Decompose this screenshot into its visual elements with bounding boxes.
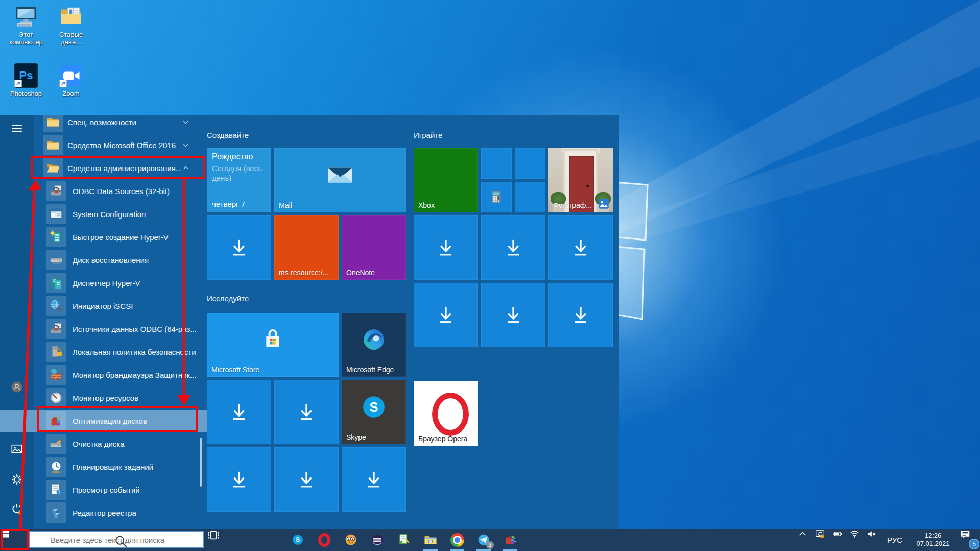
tile-opera-tile[interactable]: Браузер Opera [414,381,478,446]
desktop-icon-photoshop[interactable]: PsPhotoshop [4,63,48,98]
tile-pending-tile[interactable] [481,283,545,347]
tile-pending-tile[interactable] [548,283,613,347]
chevron-up-icon [797,529,812,551]
task-view-button[interactable] [207,529,231,551]
tile-xbox-tile[interactable]: Xbox [414,148,478,212]
tile-store-tile[interactable]: Microsoft Store [207,313,339,377]
app-list-item-label: Источники данных ODBC (64-раз... [73,325,197,333]
tile-pending-tile[interactable] [481,215,545,280]
start-button[interactable] [0,529,26,551]
language-indicator[interactable]: РУС [887,536,902,544]
download-arrow-icon [228,401,250,423]
tile-pending-tile[interactable] [207,380,271,444]
svg-text:S: S [296,536,300,543]
taskbar-app-opera[interactable] [311,529,338,551]
eclipse-icon [370,533,385,547]
app-list-item-label: Просмотр событий [73,486,140,494]
taskbar-clock[interactable]: 12:26 07.01.2021 [912,532,954,548]
app-list-item-label: Спец. возможности [67,118,136,127]
registry-icon [46,502,66,523]
tile-photos-tile[interactable]: Фотограф... [548,148,613,212]
clock-date: 07.01.2021 [912,540,954,548]
tray-expand-button[interactable] [797,529,812,551]
tile-pending-tile[interactable] [274,380,339,444]
zoom-camera-icon [59,63,83,88]
odbc-toolbox-icon [46,319,66,339]
tray-battery-button[interactable] [832,529,847,551]
download-arrow-icon [295,401,318,423]
download-arrow-icon [569,236,592,259]
opera-icon [317,533,331,547]
tile-pending-tile[interactable] [207,215,271,280]
explorer-icon [423,533,438,547]
sync-alert-icon [815,529,830,551]
taskbar-app-file-explorer[interactable] [417,529,444,551]
tile-label: ms-resource:/... [279,269,328,277]
tile-calculator-tile[interactable] [481,182,512,212]
taskbar-app-notepad-plus-plus[interactable] [391,529,417,551]
hyperv-quick-icon [46,227,66,247]
tile-pending-tile[interactable] [207,447,271,512]
app-list-item-label: Диспетчер Hyper-V [73,279,140,288]
app-list-item-label: Монитор ресурсов [73,394,138,402]
taskbar-app-eclipse[interactable] [364,529,391,551]
app-list-item-label: Инициатор iSCSI [73,302,133,310]
tile-ms-resource-tile[interactable]: ms-resource:/... [274,215,339,280]
desktop-icon-old-data-folder[interactable]: Старые данн... [49,4,93,46]
tile-calendar-tile[interactable]: РождествоСегодня (весь день)четверг 7 [207,148,271,212]
download-arrow-icon [502,236,524,259]
taskbar-app-skype[interactable]: S [284,529,311,551]
wifi-icon [849,529,865,551]
tile-pending-tile[interactable] [342,447,406,512]
tile-small-tile[interactable] [515,148,545,179]
app-list-item-label: Планировщик заданий [73,463,153,471]
task-view-icon [207,529,231,551]
taskbar-app-emoji-app[interactable] [338,529,364,551]
download-arrow-icon [228,468,250,491]
desktop-icon-label: Photoshop [4,90,48,98]
tile-small-tile[interactable] [481,148,512,179]
taskbar-badge: 3 [486,541,494,549]
iscsi-icon [46,296,66,316]
desktop-icon-this-pc[interactable]: Этот компьютер [4,4,48,46]
tile-mail-tile[interactable]: Mail [274,148,406,212]
security-policy-icon [46,342,66,362]
tile-pending-tile[interactable] [414,215,478,280]
tile-pending-tile[interactable] [274,447,339,512]
app-list-item-label: Локальная политика безопасности [73,348,196,356]
download-arrow-icon [228,236,250,259]
tile-edge-tile[interactable]: Microsoft Edge [342,313,406,377]
chrome-icon [450,533,464,547]
taskbar-apps: S3 [284,529,523,551]
battery-icon [832,529,847,551]
nerd-face-icon [344,533,358,547]
download-arrow-icon [569,304,592,326]
taskbar-app-telegram[interactable]: 3 [470,529,497,551]
desktop-icon-zoom-app[interactable]: Zoom [49,63,93,98]
tray-sync-button[interactable] [815,529,830,551]
app-list-item-label: Средства Microsoft Office 2016 [67,141,176,150]
tray-wifi-button[interactable] [849,529,865,551]
tile-label: Mail [279,201,292,209]
tile-skype-tile[interactable]: SSkype [342,380,406,444]
taskbar: S3 РУС 12:26 07.01.2021 5 [0,529,980,551]
tray-volume-button[interactable] [867,529,882,551]
tile-pending-tile[interactable] [548,215,613,280]
tile-small-tile[interactable] [515,182,545,212]
notepadpp-icon [397,533,411,547]
photoshop-icon: Ps [14,63,38,88]
disk-cleanup-icon [46,434,66,454]
taskbar-search[interactable] [29,531,204,548]
tile-onenote-tile[interactable]: OneNote [342,215,406,280]
tile-pending-tile[interactable] [414,283,478,347]
tile-label: Xbox [418,201,435,209]
desktop-icon-label: Старые данн... [49,31,93,46]
download-arrow-icon [435,304,457,326]
app-list-scrollbar[interactable] [200,438,202,487]
clock-time: 12:26 [912,532,954,540]
taskbar-app-chrome[interactable] [444,529,470,551]
taskbar-app-disk-defrag[interactable] [497,529,523,551]
action-center-button[interactable]: 5 [960,529,980,551]
search-input[interactable] [50,532,200,548]
task-scheduler-icon [46,457,66,477]
